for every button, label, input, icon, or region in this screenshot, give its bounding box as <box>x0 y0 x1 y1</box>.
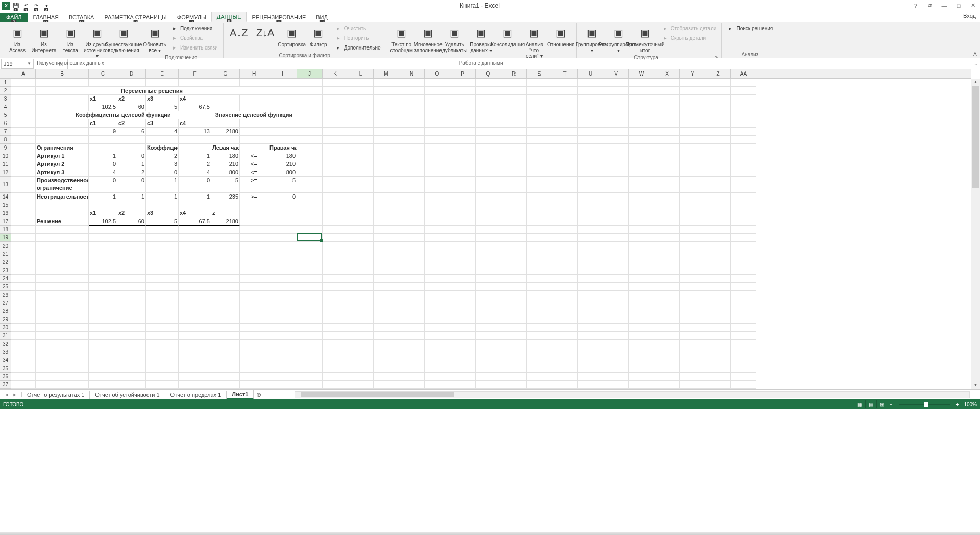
cell-L22[interactable] <box>348 258 374 266</box>
cell-J14[interactable] <box>297 193 323 201</box>
cell-X31[interactable] <box>654 332 680 340</box>
cell-G21[interactable] <box>211 250 240 258</box>
cell-S25[interactable] <box>527 283 552 291</box>
cell-S14[interactable] <box>527 193 552 201</box>
cell-U9[interactable] <box>578 144 603 152</box>
cell-B32[interactable] <box>36 340 89 348</box>
cell-F33[interactable] <box>179 348 211 356</box>
cell-W28[interactable] <box>629 307 654 315</box>
cell-N5[interactable] <box>399 111 425 119</box>
cell-R31[interactable] <box>501 332 527 340</box>
cell-S23[interactable] <box>527 266 552 275</box>
cell-Q8[interactable] <box>476 136 501 144</box>
cell-K18[interactable] <box>323 226 348 234</box>
row-header-17[interactable]: 17 <box>0 217 11 226</box>
cell-X3[interactable] <box>654 95 680 103</box>
row-header-6[interactable]: 6 <box>0 119 11 128</box>
col-header-I[interactable]: I <box>268 69 297 78</box>
cell-V28[interactable] <box>603 307 629 315</box>
cell-P30[interactable] <box>450 324 476 332</box>
cell-O31[interactable] <box>425 332 450 340</box>
cell-F27[interactable] <box>179 299 211 307</box>
cell-L4[interactable] <box>348 103 374 111</box>
row-header-37[interactable]: 37 <box>0 381 11 389</box>
cell-D25[interactable] <box>117 283 146 291</box>
row-headers[interactable]: 1234567891011121314151617181920212223242… <box>0 79 11 389</box>
vertical-scrollbar[interactable]: ▲ ▼ <box>971 79 980 389</box>
cell-G8[interactable] <box>211 136 240 144</box>
cell-X32[interactable] <box>654 340 680 348</box>
cell-Y19[interactable] <box>680 234 705 242</box>
page-layout-view-icon[interactable]: ▤ <box>865 400 876 408</box>
cell-I11[interactable]: 210 <box>268 160 297 168</box>
cell-T5[interactable] <box>552 111 578 119</box>
cell-X16[interactable] <box>654 209 680 217</box>
cell-Z37[interactable] <box>705 381 731 389</box>
cell-J32[interactable] <box>297 340 323 348</box>
cell-Q16[interactable] <box>476 209 501 217</box>
excel-icon[interactable]: X <box>2 2 10 10</box>
col-header-S[interactable]: S <box>527 69 552 78</box>
cell-Z29[interactable] <box>705 315 731 324</box>
cell-C12[interactable]: 4 <box>89 168 117 177</box>
cell-P29[interactable] <box>450 315 476 324</box>
cell-W2[interactable] <box>629 87 654 95</box>
row-header-35[interactable]: 35 <box>0 364 11 373</box>
cell-M5[interactable] <box>374 111 399 119</box>
row-header-32[interactable]: 32 <box>0 340 11 348</box>
cell-T1[interactable] <box>552 79 578 87</box>
cell-K33[interactable] <box>323 348 348 356</box>
cell-V13[interactable] <box>603 177 629 193</box>
cell-L13[interactable] <box>348 177 374 193</box>
cell-L31[interactable] <box>348 332 374 340</box>
cell-F35[interactable] <box>179 364 211 373</box>
row-header-24[interactable]: 24 <box>0 275 11 283</box>
cell-E1[interactable] <box>146 79 179 87</box>
cell-Q12[interactable] <box>476 168 501 177</box>
cell-Z34[interactable] <box>705 356 731 364</box>
cell-B21[interactable] <box>36 250 89 258</box>
cell-D36[interactable] <box>117 373 146 381</box>
cell-G29[interactable] <box>211 315 240 324</box>
cell-V24[interactable] <box>603 275 629 283</box>
cell-O25[interactable] <box>425 283 450 291</box>
cell-N36[interactable] <box>399 373 425 381</box>
cell-Y17[interactable] <box>680 217 705 226</box>
cell-Z32[interactable] <box>705 340 731 348</box>
cell-K10[interactable] <box>323 152 348 160</box>
cell-C26[interactable] <box>89 291 117 299</box>
cell-G35[interactable] <box>211 364 240 373</box>
col-header-D[interactable]: D <box>117 69 146 78</box>
col-header-R[interactable]: R <box>501 69 527 78</box>
cell-Z11[interactable] <box>705 160 731 168</box>
cell-O2[interactable] <box>425 87 450 95</box>
cell-Z16[interactable] <box>705 209 731 217</box>
cell-L3[interactable] <box>348 95 374 103</box>
cell-C29[interactable] <box>89 315 117 324</box>
row-header-21[interactable]: 21 <box>0 250 11 258</box>
cell-E34[interactable] <box>146 356 179 364</box>
cell-E11[interactable]: 3 <box>146 160 179 168</box>
row-header-5[interactable]: 5 <box>0 111 11 119</box>
cell-L33[interactable] <box>348 348 374 356</box>
cell-I4[interactable] <box>268 103 297 111</box>
sheet-tab[interactable]: Лист1 <box>227 390 254 399</box>
cell-N14[interactable] <box>399 193 425 201</box>
cell-Z30[interactable] <box>705 324 731 332</box>
cells-area[interactable]: Переменные решенияx1x2x3x4102,560567,5Ко… <box>11 79 971 389</box>
cell-I18[interactable] <box>268 226 297 234</box>
cell-AA25[interactable] <box>731 283 756 291</box>
cell-O23[interactable] <box>425 266 450 275</box>
cell-Z27[interactable] <box>705 299 731 307</box>
cell-F8[interactable] <box>179 136 211 144</box>
cell-U24[interactable] <box>578 275 603 283</box>
cell-O15[interactable] <box>425 201 450 209</box>
cell-L2[interactable] <box>348 87 374 95</box>
cell-H1[interactable] <box>240 79 268 87</box>
cell-Z31[interactable] <box>705 332 731 340</box>
cell-I26[interactable] <box>268 291 297 299</box>
undo-icon[interactable]: ↶2 <box>21 1 31 10</box>
cell-H8[interactable] <box>240 136 268 144</box>
cell-D24[interactable] <box>117 275 146 283</box>
cell-G33[interactable] <box>211 348 240 356</box>
